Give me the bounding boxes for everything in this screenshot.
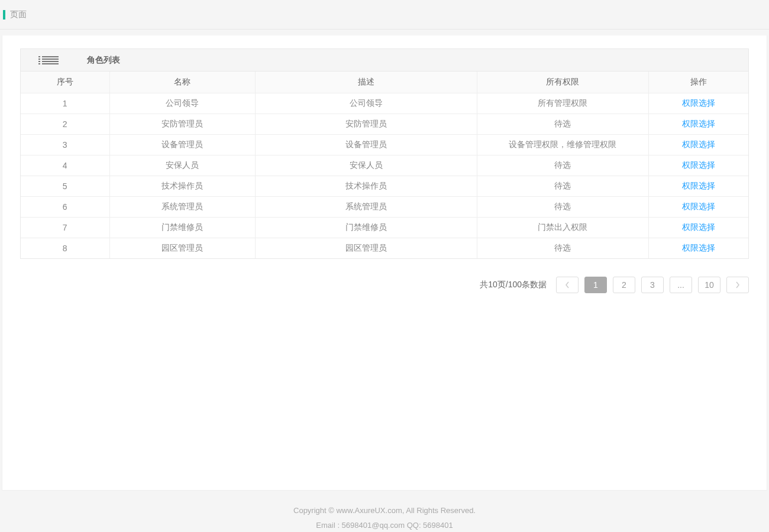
permission-select-link[interactable]: 权限选择: [682, 202, 715, 211]
svg-rect-5: [42, 61, 59, 62]
svg-rect-3: [42, 59, 59, 60]
cell-op: 权限选择: [648, 196, 748, 217]
cell-desc: 公司领导: [255, 93, 477, 113]
cell-perm: 门禁出入权限: [477, 217, 648, 238]
page-buttons: 123...10: [556, 277, 749, 293]
footer-contact: Email : 5698401@qq.com QQ: 5698401: [0, 518, 769, 532]
cell-name: 公司领导: [109, 93, 255, 113]
cell-name: 技术操作员: [109, 176, 255, 196]
svg-rect-2: [38, 59, 40, 60]
cell-perm: 设备管理权限，维修管理权限: [477, 134, 648, 155]
col-op: 操作: [648, 72, 748, 93]
cell-op: 权限选择: [648, 238, 748, 258]
cell-op: 权限选择: [648, 134, 748, 155]
table-header-row: 序号 名称 描述 所有权限 操作: [21, 72, 748, 93]
page-number-button[interactable]: 3: [641, 277, 664, 293]
cell-seq: 7: [21, 217, 109, 238]
table-row: 4安保人员安保人员待选权限选择: [21, 155, 748, 176]
page-ellipsis: ...: [670, 277, 692, 293]
cell-perm: 待选: [477, 196, 648, 217]
table-row: 6系统管理员系统管理员待选权限选择: [21, 196, 748, 217]
page-number-button[interactable]: 10: [698, 277, 720, 293]
permission-select-link[interactable]: 权限选择: [682, 243, 715, 252]
cell-perm: 所有管理权限: [477, 93, 648, 113]
cell-name: 系统管理员: [109, 196, 255, 217]
page-header: 页面: [0, 0, 769, 30]
svg-rect-1: [42, 56, 59, 57]
col-perm: 所有权限: [477, 72, 648, 93]
footer-copyright: Copyright © www.AxureUX.com, All Rights …: [0, 504, 769, 518]
page-title: 页面: [10, 9, 27, 20]
cell-desc: 安防管理员: [255, 113, 477, 134]
cell-name: 园区管理员: [109, 238, 255, 258]
table-row: 3设备管理员设备管理员设备管理权限，维修管理权限权限选择: [21, 134, 748, 155]
cell-seq: 8: [21, 238, 109, 258]
cell-op: 权限选择: [648, 155, 748, 176]
page-next-button[interactable]: [726, 277, 749, 293]
cell-desc: 技术操作员: [255, 176, 477, 196]
cell-perm: 待选: [477, 176, 648, 196]
page-prev-button[interactable]: [556, 277, 579, 293]
cell-desc: 设备管理员: [255, 134, 477, 155]
content-panel: 角色列表 序号 名称 描述 所有权限 操作 1公司领导公司领导所有管理权限权限选…: [2, 35, 767, 491]
col-name: 名称: [109, 72, 255, 93]
table-row: 7门禁维修员门禁维修员门禁出入权限权限选择: [21, 217, 748, 238]
page-number-button[interactable]: 1: [584, 277, 607, 293]
table-row: 1公司领导公司领导所有管理权限权限选择: [21, 93, 748, 113]
panel-header: 角色列表: [21, 49, 748, 72]
table-row: 2安防管理员安防管理员待选权限选择: [21, 113, 748, 134]
cell-perm: 待选: [477, 155, 648, 176]
cell-op: 权限选择: [648, 93, 748, 113]
cell-name: 安保人员: [109, 155, 255, 176]
cell-desc: 园区管理员: [255, 238, 477, 258]
table-row: 8园区管理员园区管理员待选权限选择: [21, 238, 748, 258]
cell-name: 安防管理员: [109, 113, 255, 134]
panel-title: 角色列表: [87, 55, 120, 66]
svg-rect-0: [38, 56, 40, 57]
table-row: 5技术操作员技术操作员待选权限选择: [21, 176, 748, 196]
cell-seq: 4: [21, 155, 109, 176]
cell-name: 门禁维修员: [109, 217, 255, 238]
role-list-panel: 角色列表 序号 名称 描述 所有权限 操作 1公司领导公司领导所有管理权限权限选…: [20, 48, 749, 259]
role-table: 序号 名称 描述 所有权限 操作 1公司领导公司领导所有管理权限权限选择2安防管…: [21, 72, 748, 258]
pagination: 共10页/100条数据 123...10: [20, 277, 749, 293]
permission-select-link[interactable]: 权限选择: [682, 160, 715, 170]
svg-rect-7: [42, 63, 59, 64]
cell-perm: 待选: [477, 113, 648, 134]
svg-rect-6: [38, 63, 40, 64]
cell-perm: 待选: [477, 238, 648, 258]
cell-op: 权限选择: [648, 176, 748, 196]
permission-select-link[interactable]: 权限选择: [682, 181, 715, 190]
header-accent: [3, 10, 5, 20]
permission-select-link[interactable]: 权限选择: [682, 98, 715, 108]
list-icon: [38, 56, 59, 64]
permission-select-link[interactable]: 权限选择: [682, 222, 715, 232]
cell-seq: 3: [21, 134, 109, 155]
cell-seq: 6: [21, 196, 109, 217]
cell-seq: 1: [21, 93, 109, 113]
cell-desc: 安保人员: [255, 155, 477, 176]
svg-rect-4: [38, 61, 40, 62]
permission-select-link[interactable]: 权限选择: [682, 119, 715, 128]
cell-op: 权限选择: [648, 113, 748, 134]
page-number-button[interactable]: 2: [613, 277, 635, 293]
cell-desc: 系统管理员: [255, 196, 477, 217]
cell-desc: 门禁维修员: [255, 217, 477, 238]
permission-select-link[interactable]: 权限选择: [682, 140, 715, 149]
cell-seq: 2: [21, 113, 109, 134]
col-seq: 序号: [21, 72, 109, 93]
cell-name: 设备管理员: [109, 134, 255, 155]
col-desc: 描述: [255, 72, 477, 93]
cell-seq: 5: [21, 176, 109, 196]
page-summary: 共10页/100条数据: [480, 280, 547, 290]
cell-op: 权限选择: [648, 217, 748, 238]
footer: Copyright © www.AxureUX.com, All Rights …: [0, 491, 769, 532]
